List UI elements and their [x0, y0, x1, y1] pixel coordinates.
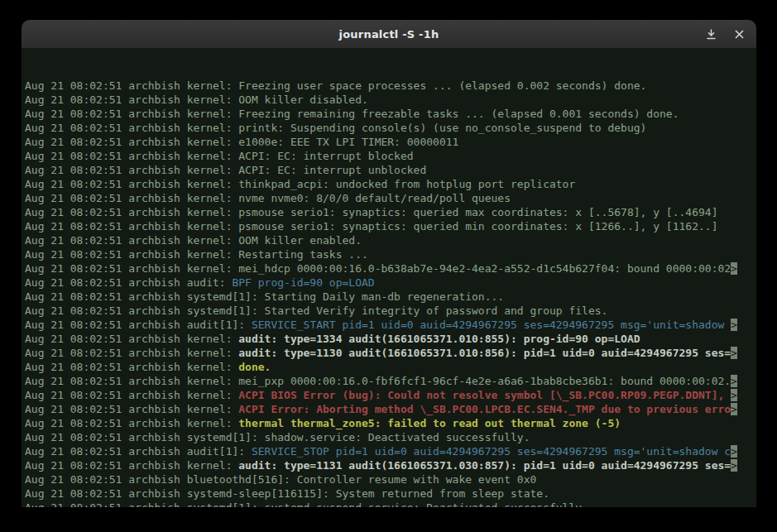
terminal-screen[interactable]: Aug 21 08:02:51 archbish kernel: Freezin… — [22, 48, 756, 507]
log-line: Aug 21 08:02:51 archbish systemd[1]: sys… — [25, 501, 753, 507]
log-line: Aug 21 08:02:51 archbish kernel: ACPI Er… — [25, 402, 753, 416]
close-button[interactable] — [731, 26, 746, 41]
download-icon — [706, 29, 717, 40]
download-button[interactable] — [703, 26, 718, 41]
log-line: Aug 21 08:02:51 archbish kernel: audit: … — [25, 458, 753, 472]
log-line: Aug 21 08:02:51 archbish kernel: mei_hdc… — [25, 261, 753, 276]
log-line: Aug 21 08:02:51 archbish kernel: OOM kil… — [25, 93, 753, 107]
log-line: Aug 21 08:02:51 archbish kernel: psmouse… — [25, 219, 753, 233]
log-line: Aug 21 08:02:51 archbish audit: BPF prog… — [25, 276, 753, 290]
log-line: Aug 21 08:02:51 archbish kernel: Restart… — [25, 247, 753, 261]
log-line: Aug 21 08:02:51 archbish kernel: OOM kil… — [25, 233, 753, 247]
log-line: Aug 21 08:02:51 archbish kernel: ACPI BI… — [25, 388, 753, 402]
log-line: Aug 21 08:02:51 archbish audit[1]: SERVI… — [25, 444, 753, 458]
close-icon — [735, 30, 744, 39]
log-line: Aug 21 08:02:51 archbish kernel: Freezin… — [25, 107, 753, 121]
log-line: Aug 21 08:02:51 archbish bluetoothd[516]… — [25, 472, 753, 486]
log-line: Aug 21 08:02:51 archbish kernel: psmouse… — [25, 205, 753, 219]
log-line: Aug 21 08:02:51 archbish systemd[1]: Sta… — [25, 290, 753, 304]
log-line: Aug 21 08:02:51 archbish kernel: Freezin… — [25, 79, 753, 93]
terminal-output: Aug 21 08:02:51 archbish kernel: Freezin… — [25, 79, 753, 507]
log-line: Aug 21 08:02:51 archbish kernel: mei_pxp… — [25, 374, 753, 388]
log-line: Aug 21 08:02:51 archbish kernel: audit: … — [25, 332, 753, 346]
log-line: Aug 21 08:02:51 archbish kernel: nvme nv… — [25, 191, 753, 205]
log-line: Aug 21 08:02:51 archbish systemd-sleep[1… — [25, 486, 753, 501]
log-line: Aug 21 08:02:51 archbish kernel: thinkpa… — [25, 177, 753, 191]
titlebar-buttons — [703, 20, 746, 48]
log-line: Aug 21 08:02:51 archbish kernel: thermal… — [25, 416, 753, 430]
log-line: Aug 21 08:02:51 archbish kernel: audit: … — [25, 346, 753, 360]
log-line: Aug 21 08:02:51 archbish systemd[1]: Sta… — [25, 304, 753, 318]
log-line: Aug 21 08:02:51 archbish kernel: done. — [25, 360, 753, 374]
log-line: Aug 21 08:02:51 archbish kernel: ACPI: E… — [25, 163, 753, 177]
log-line: Aug 21 08:02:51 archbish kernel: e1000e:… — [25, 135, 753, 149]
log-line: Aug 21 08:02:51 archbish systemd[1]: sha… — [25, 430, 753, 444]
titlebar[interactable]: journalctl -S -1h — [22, 20, 756, 48]
log-line: Aug 21 08:02:51 archbish kernel: printk:… — [25, 121, 753, 135]
window-title: journalctl -S -1h — [339, 28, 439, 41]
log-line: Aug 21 08:02:51 archbish kernel: ACPI: E… — [25, 149, 753, 163]
terminal-window: journalctl -S -1h Aug 21 08:02:51 archbi… — [22, 20, 756, 507]
log-line: Aug 21 08:02:51 archbish audit[1]: SERVI… — [25, 318, 753, 332]
